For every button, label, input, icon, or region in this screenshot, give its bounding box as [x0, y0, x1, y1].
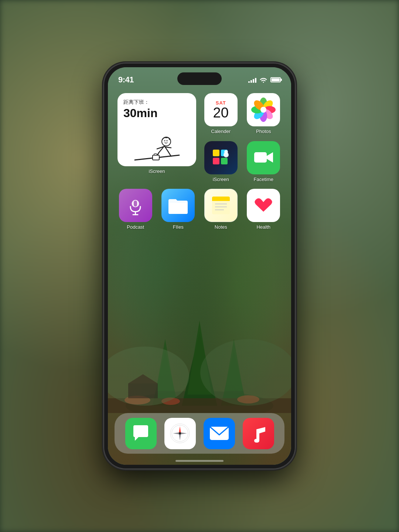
signal-bar-3	[253, 79, 254, 83]
notes-label: Notes	[215, 224, 227, 230]
svg-rect-42	[212, 199, 230, 201]
phone-frame: 9:41	[103, 63, 296, 469]
health-heart-icon	[253, 195, 274, 216]
app-files[interactable]: FIIes	[160, 189, 197, 230]
iscreen-small-label: iScreen	[213, 177, 229, 183]
signal-bar-1	[248, 81, 250, 83]
svg-rect-35	[254, 152, 267, 163]
status-time: 9:41	[118, 75, 134, 85]
svg-point-28	[260, 107, 266, 113]
photos-pinwheel-icon	[250, 97, 276, 123]
widget-illustration	[121, 129, 192, 163]
svg-point-17	[164, 140, 165, 141]
battery-icon	[270, 77, 281, 82]
phone-screen: 9:41	[108, 67, 291, 465]
svg-rect-19	[153, 155, 159, 160]
dock-messages[interactable]	[125, 418, 157, 449]
files-folder-icon	[167, 195, 189, 216]
app-facetime[interactable]: Facetime	[246, 141, 282, 183]
signal-bars-icon	[248, 77, 256, 83]
app-health[interactable]: Health	[246, 189, 282, 230]
health-label: Health	[256, 224, 270, 230]
app-photos[interactable]: Photos	[246, 93, 282, 134]
svg-point-52	[179, 432, 181, 434]
widget-label: iScreen	[149, 168, 165, 174]
dynamic-island	[177, 72, 222, 85]
signal-bar-4	[255, 78, 256, 83]
wifi-icon	[259, 77, 267, 83]
widget-title-line1: 距离下班：	[123, 99, 149, 106]
notes-icon-svg	[210, 194, 232, 216]
status-icons	[248, 77, 281, 83]
svg-point-18	[166, 140, 167, 141]
svg-point-34	[224, 152, 229, 157]
svg-rect-39	[134, 201, 137, 207]
podcast-label: Podcast	[127, 224, 144, 230]
dock-mail[interactable]	[204, 418, 235, 449]
svg-rect-29	[213, 150, 219, 156]
app-podcast[interactable]: Podcast	[117, 189, 154, 230]
svg-rect-31	[213, 158, 219, 164]
app-widget-iscreen[interactable]: 距离下班： 30min	[117, 93, 196, 182]
calendar-day-num: 20	[213, 106, 229, 120]
mail-icon	[209, 426, 229, 441]
svg-rect-32	[221, 158, 228, 164]
dock-safari[interactable]	[164, 418, 196, 449]
photos-label: Photos	[256, 129, 271, 134]
app-iscreen-small[interactable]: iScreen	[203, 141, 239, 183]
facetime-camera-icon	[253, 149, 274, 166]
battery-fill	[272, 78, 280, 81]
safari-icon	[169, 423, 191, 444]
widget-time-display: 30min	[123, 106, 157, 120]
messages-icon	[131, 424, 150, 443]
app-grid: 距离下班： 30min	[115, 93, 284, 230]
calendar-label: Calender	[211, 129, 231, 134]
facetime-label: Facetime	[254, 177, 273, 183]
app-notes[interactable]: Notes	[203, 189, 239, 230]
dock	[115, 413, 284, 454]
iscreen-small-icon	[210, 147, 232, 169]
home-indicator	[175, 460, 224, 462]
files-label: FIIes	[173, 224, 184, 230]
signal-bar-2	[250, 80, 252, 83]
dock-music[interactable]	[243, 418, 274, 449]
svg-rect-13	[128, 383, 158, 398]
app-calendar[interactable]: SAT 20 Calender	[203, 93, 239, 134]
music-icon	[249, 423, 267, 444]
podcast-icon-svg	[125, 195, 146, 216]
